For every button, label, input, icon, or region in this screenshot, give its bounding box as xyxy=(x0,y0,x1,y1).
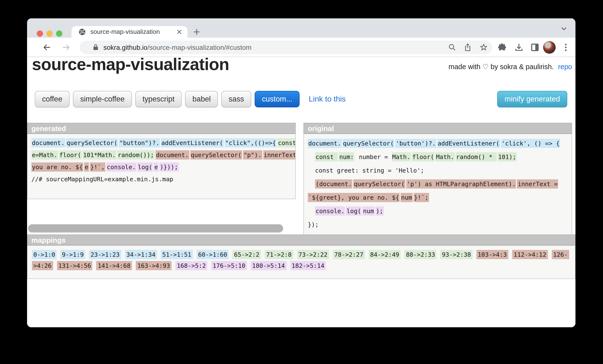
mapping-chip[interactable]: 180->5:14 xyxy=(251,261,286,270)
preset-button-custom[interactable]: custom... xyxy=(255,91,300,107)
mapping-chip[interactable]: 141->4:68 xyxy=(96,261,132,270)
mapping-segment[interactable]: querySelector( xyxy=(66,138,118,147)
profile-avatar[interactable] xyxy=(543,41,556,54)
mapping-segment[interactable]: Math. xyxy=(392,152,411,162)
mapping-chip[interactable]: 126- xyxy=(552,250,569,259)
mapping-segment[interactable]: querySelector( xyxy=(190,150,242,160)
mapping-segment[interactable]: 101*Math. xyxy=(83,150,116,160)
preset-button-simple-coffee[interactable]: simple-coffee xyxy=(73,91,132,107)
link-to-this-link[interactable]: Link to this xyxy=(309,95,346,104)
mapping-chip[interactable]: 112->4:12 xyxy=(512,250,548,259)
mapping-segment[interactable]: (document. xyxy=(315,179,352,188)
tab-search-chevron-icon[interactable] xyxy=(560,25,567,32)
mapping-segment[interactable]: }!`, xyxy=(90,163,105,172)
mapping-chip[interactable]: 51->1:51 xyxy=(161,250,193,259)
mapping-segment[interactable]: floor( xyxy=(412,152,434,162)
mapping-chip[interactable]: 88->2:33 xyxy=(405,250,436,259)
search-icon[interactable] xyxy=(448,43,457,52)
mapping-segment[interactable]: addEventListener( xyxy=(161,138,224,147)
browser-tab[interactable]: source-map-visualization xyxy=(71,26,187,38)
mapping-chip[interactable]: 93->2:38 xyxy=(441,250,472,259)
address-bar[interactable]: sokra.github.io/source-map-visualization… xyxy=(80,41,492,54)
mapping-segment[interactable]: "button")?. xyxy=(119,138,160,147)
mapping-segment[interactable]: document. xyxy=(31,138,65,147)
bookmark-star-icon[interactable] xyxy=(479,43,488,52)
mapping-segment[interactable]: document. xyxy=(308,139,341,148)
mapping-segment[interactable]: log( xyxy=(346,206,362,216)
mapping-segment[interactable]: "click",(()=>{ xyxy=(225,138,277,147)
mapping-chip[interactable]: 23->1:23 xyxy=(89,250,121,259)
mapping-chip[interactable]: 103->4:3 xyxy=(476,250,508,259)
mapping-chip[interactable]: 60->1:60 xyxy=(197,250,229,259)
tab-close-icon[interactable] xyxy=(177,29,182,34)
mapping-segment[interactable]: random()); xyxy=(117,150,155,160)
mapping-chip[interactable]: 34->1:34 xyxy=(125,250,157,259)
mapping-segment[interactable]: log( xyxy=(137,163,153,172)
horizontal-scrollbar-thumb[interactable] xyxy=(28,224,283,233)
mapping-segment[interactable]: ); xyxy=(375,206,384,216)
mappings-row: >4:26131->4:56141->4:68163->4:93168->5:2… xyxy=(32,261,575,272)
mapping-chip[interactable]: 71->2:8 xyxy=(265,250,293,259)
mapping-chip[interactable]: >4:26 xyxy=(32,261,53,270)
mapping-segment[interactable]: num: xyxy=(339,152,354,162)
mapping-segment[interactable]: }!`; xyxy=(413,193,429,202)
mapping-segment[interactable]: "p"). xyxy=(243,150,262,160)
back-icon[interactable] xyxy=(42,43,52,52)
side-panel-icon[interactable] xyxy=(530,43,540,52)
mapping-segment[interactable]: const xyxy=(277,138,296,147)
mapping-chip[interactable]: 168->5:2 xyxy=(175,261,207,270)
mapping-segment[interactable]: random() * xyxy=(456,152,497,162)
mapping-chip[interactable]: 84->2:49 xyxy=(369,250,401,259)
mapping-segment[interactable]: innerText = xyxy=(517,179,558,188)
download-icon[interactable] xyxy=(514,43,524,52)
share-icon[interactable] xyxy=(463,43,472,52)
mapping-chip[interactable]: 182->5:14 xyxy=(290,261,326,270)
mapping-segment[interactable]: const xyxy=(315,152,338,162)
mapping-segment[interactable]: console. xyxy=(315,206,345,216)
repo-link[interactable]: repo xyxy=(558,63,572,70)
mapping-segment[interactable]: num xyxy=(401,193,412,202)
mapping-chip[interactable]: 0->1:0 xyxy=(32,250,57,259)
new-tab-icon[interactable] xyxy=(193,29,200,35)
mapping-segment[interactable]: console. xyxy=(106,163,136,172)
mapping-segment[interactable]: innerText= xyxy=(263,150,296,160)
minify-generated-button[interactable]: minify generated xyxy=(498,91,567,107)
mapping-segment[interactable]: e xyxy=(84,163,89,172)
mapping-segment[interactable]: 'button')?. xyxy=(395,139,436,148)
close-window-button[interactable] xyxy=(37,30,43,37)
preset-button-coffee[interactable]: coffee xyxy=(35,91,70,107)
preset-button-sass[interactable]: sass xyxy=(221,91,251,107)
mapping-chip[interactable]: 73->2:22 xyxy=(297,250,329,259)
mapping-segment[interactable]: querySelector( xyxy=(353,179,405,188)
minimize-window-button[interactable] xyxy=(46,30,53,37)
mapping-chip[interactable]: 176->5:10 xyxy=(211,261,247,270)
mapping-segment[interactable]: )})); xyxy=(160,163,179,172)
mapping-chip[interactable]: 65->2:2 xyxy=(232,250,261,259)
mapping-segment[interactable]: you are no. ${ xyxy=(31,163,83,172)
mapping-segment[interactable]: Math. xyxy=(436,152,455,162)
menu-dots-icon[interactable] xyxy=(561,43,571,52)
mapping-segment[interactable]: e xyxy=(154,163,159,172)
mapping-segment[interactable]: document. xyxy=(156,150,189,160)
mapping-segment[interactable]: 101); xyxy=(498,152,517,162)
preset-button-typescript[interactable]: typescript xyxy=(135,91,182,107)
mapping-segment[interactable]: e=Math. xyxy=(31,150,58,160)
generated-panel: generated document.querySelector("button… xyxy=(27,123,296,199)
mapping-segment[interactable]: addEventListener( xyxy=(437,139,500,148)
mapping-segment[interactable]: 'p') as HTMLParagraphElement). xyxy=(406,179,516,188)
mapping-segment[interactable]: 'click', () => { xyxy=(501,139,560,148)
mapping-segment[interactable]: `${greet}, you are no. ${ xyxy=(308,193,400,202)
mapping-segment[interactable]: floor( xyxy=(59,150,81,160)
zoom-window-button[interactable] xyxy=(56,30,62,37)
mapping-chip[interactable]: 131->4:56 xyxy=(57,261,92,270)
lock-icon[interactable] xyxy=(92,44,100,51)
generated-code[interactable]: document.querySelector("button")?.addEve… xyxy=(27,134,296,199)
mapping-segment[interactable]: querySelector( xyxy=(342,139,394,148)
mapping-chip[interactable]: 163->4:93 xyxy=(136,261,171,270)
forward-icon[interactable] xyxy=(61,43,71,52)
extensions-puzzle-icon[interactable] xyxy=(497,43,507,52)
mapping-chip[interactable]: 78->2:27 xyxy=(333,250,365,259)
preset-button-babel[interactable]: babel xyxy=(185,91,218,107)
mapping-segment[interactable]: num xyxy=(363,206,374,216)
mapping-chip[interactable]: 9->1:9 xyxy=(60,250,85,259)
